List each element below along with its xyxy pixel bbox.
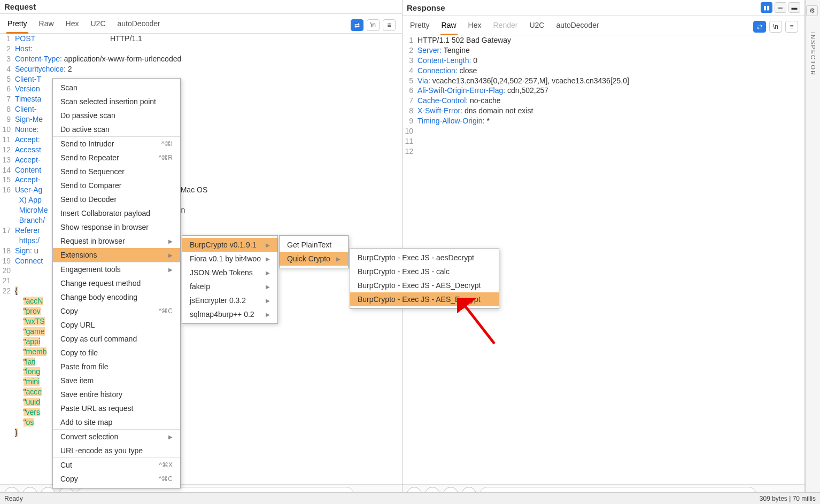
layout-split-icon[interactable]: ▮▮ bbox=[761, 2, 772, 13]
menu-item[interactable]: Paste URL as request bbox=[53, 401, 180, 415]
menu-item[interactable]: Get PlainText bbox=[280, 238, 348, 252]
menu-item[interactable]: Send to Repeater^⌘R bbox=[53, 151, 180, 165]
menu-item[interactable]: Do active scan bbox=[53, 122, 180, 136]
tab-u2c[interactable]: U2C bbox=[90, 17, 107, 33]
menu-item[interactable]: Fiora v0.1 by bit4woo▶ bbox=[182, 252, 277, 266]
submenu-quickcrypto: BurpCrypto - Exec JS - aesDecryptBurpCry… bbox=[350, 248, 499, 309]
tab-pretty[interactable]: Pretty bbox=[6, 17, 28, 34]
menu-item[interactable]: Save item bbox=[53, 374, 180, 387]
menu-item[interactable]: Add to site map bbox=[53, 415, 180, 429]
layout-horizontal-icon[interactable]: ═ bbox=[775, 2, 786, 13]
tab-pretty[interactable]: Pretty bbox=[409, 19, 431, 35]
menu-item[interactable]: Copy^⌘C bbox=[53, 304, 180, 318]
menu-item[interactable]: Show response in browser bbox=[53, 220, 180, 234]
wrap-icon[interactable]: ⇄ bbox=[351, 19, 363, 31]
context-menu: ScanScan selected insertion pointDo pass… bbox=[52, 78, 181, 489]
tab-raw[interactable]: Raw bbox=[440, 19, 458, 35]
submenu-burpcrypto: Get PlainTextQuick Crypto▶ bbox=[279, 235, 349, 268]
menu-item[interactable]: Send to Intruder^⌘I bbox=[53, 136, 180, 151]
menu-item[interactable]: BurpCrypto - Exec JS - aesDecrypt bbox=[350, 251, 499, 265]
tab-raw[interactable]: Raw bbox=[38, 17, 55, 33]
menu-item[interactable]: BurpCrypto - Exec JS - AES_Encrypt bbox=[350, 292, 499, 306]
status-right: 309 bytes | 70 millis bbox=[760, 495, 816, 502]
tab-autodecoder[interactable]: autoDecoder bbox=[117, 17, 161, 33]
menu-item[interactable]: Request in browser▶ bbox=[53, 234, 180, 248]
menu-item[interactable]: URL-encode as you type bbox=[53, 444, 180, 458]
menu-item[interactable]: Do passive scan bbox=[53, 108, 180, 122]
menu-item[interactable]: JSON Web Tokens▶ bbox=[182, 266, 277, 280]
menu-item[interactable]: Engagement tools▶ bbox=[53, 262, 180, 276]
menu-item[interactable]: Cut^⌘X bbox=[53, 458, 180, 472]
newline-icon[interactable]: \n bbox=[769, 21, 782, 33]
hamburger-icon[interactable]: ≡ bbox=[383, 19, 396, 31]
response-tabs: Pretty Raw Hex Render U2C autoDecoder ⇄ … bbox=[403, 15, 804, 35]
wrap-icon[interactable]: ⇄ bbox=[753, 21, 766, 33]
menu-item[interactable]: fakeIp▶ bbox=[182, 280, 277, 293]
menu-item[interactable]: Copy to file bbox=[53, 346, 180, 360]
status-left: Ready bbox=[4, 495, 23, 502]
tab-hex[interactable]: Hex bbox=[467, 19, 483, 35]
menu-item[interactable]: Paste from file bbox=[53, 360, 180, 374]
menu-item[interactable]: Quick Crypto▶ bbox=[280, 252, 348, 266]
response-title: Response bbox=[407, 3, 445, 12]
request-title: Request bbox=[4, 2, 36, 11]
layout-single-icon[interactable]: ▬ bbox=[788, 2, 800, 13]
tab-render[interactable]: Render bbox=[492, 19, 519, 35]
hamburger-icon[interactable]: ≡ bbox=[785, 21, 798, 33]
menu-item[interactable]: Send to Decoder bbox=[53, 192, 180, 206]
newline-icon[interactable]: \n bbox=[367, 19, 380, 31]
inspector-label: INSPECTOR bbox=[810, 32, 816, 76]
menu-item[interactable]: jsEncrypter 0.3.2▶ bbox=[182, 293, 277, 307]
menu-item[interactable]: Scan selected insertion point bbox=[53, 95, 180, 108]
menu-item[interactable]: Send to Sequencer bbox=[53, 165, 180, 179]
menu-item[interactable]: Extensions▶ bbox=[53, 248, 180, 262]
menu-item[interactable]: BurpCrypto v0.1.9.1▶ bbox=[182, 238, 277, 252]
menu-item[interactable]: Change request method bbox=[53, 276, 180, 290]
menu-item[interactable]: Copy URL bbox=[53, 318, 180, 332]
gear-icon[interactable]: ⚙ bbox=[806, 5, 818, 16]
menu-item[interactable]: BurpCrypto - Exec JS - AES_Decrypt bbox=[350, 278, 499, 292]
inspector-sidebar[interactable]: ⚙ INSPECTOR bbox=[805, 0, 820, 504]
menu-item[interactable]: Convert selection▶ bbox=[53, 429, 180, 444]
tab-autodecoder[interactable]: autoDecoder bbox=[555, 19, 600, 35]
request-tabs: Pretty Raw Hex U2C autoDecoder ⇄ \n ≡ bbox=[0, 14, 402, 34]
menu-item[interactable]: Scan bbox=[53, 81, 180, 95]
status-bar: Ready 309 bytes | 70 millis bbox=[0, 492, 820, 504]
menu-item[interactable]: sqlmap4burp++ 0.2▶ bbox=[182, 307, 277, 321]
menu-item[interactable]: Copy as curl command bbox=[53, 332, 180, 346]
tab-u2c[interactable]: U2C bbox=[528, 19, 545, 35]
menu-item[interactable]: Send to Comparer bbox=[53, 179, 180, 192]
menu-item[interactable]: BurpCrypto - Exec JS - calc bbox=[350, 265, 499, 278]
tab-hex[interactable]: Hex bbox=[65, 17, 80, 33]
menu-item[interactable]: Change body encoding bbox=[53, 290, 180, 304]
menu-item[interactable]: Copy^⌘C bbox=[53, 472, 180, 486]
menu-item[interactable]: Insert Collaborator payload bbox=[53, 206, 180, 220]
menu-item[interactable]: Save entire history bbox=[53, 387, 180, 401]
submenu-extensions: BurpCrypto v0.1.9.1▶Fiora v0.1 by bit4wo… bbox=[182, 235, 278, 324]
